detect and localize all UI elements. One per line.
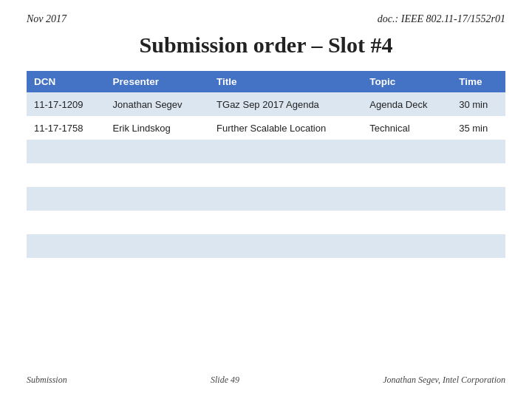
slide-header: Nov 2017 doc.: IEEE 802.11-17/1552r01 [27, 13, 505, 25]
cell-presenter [106, 187, 209, 211]
cell-title: TGaz Sep 2017 Agenda [209, 92, 362, 116]
cell-title [209, 234, 362, 258]
cell-title [209, 187, 362, 211]
col-header-presenter: Presenter [106, 71, 209, 92]
cell-topic [362, 211, 451, 234]
cell-title [209, 211, 362, 234]
table-header-row: DCN Presenter Title Topic Time [27, 71, 505, 92]
cell-topic [362, 140, 451, 163]
cell-time [451, 187, 505, 211]
cell-dcn [27, 187, 106, 211]
footer-right: Jonathan Segev, Intel Corporation [383, 375, 505, 386]
footer-left: Submission [27, 375, 67, 386]
table-row: 11-17-1209Jonathan SegevTGaz Sep 2017 Ag… [27, 92, 505, 116]
cell-time: 35 min [451, 116, 505, 140]
table-row [27, 211, 505, 234]
cell-dcn [27, 234, 106, 258]
cell-topic: Agenda Deck [362, 92, 451, 116]
slide-footer: Submission Slide 49 Jonathan Segev, Inte… [27, 375, 505, 386]
cell-presenter [106, 163, 209, 187]
cell-dcn [27, 211, 106, 234]
slide-title: Submission order – Slot #4 [27, 33, 505, 58]
cell-time: 30 min [451, 92, 505, 116]
slide-container: Nov 2017 doc.: IEEE 802.11-17/1552r01 Su… [0, 0, 532, 399]
cell-topic: Technical [362, 116, 451, 140]
cell-time [451, 211, 505, 234]
col-header-topic: Topic [362, 71, 451, 92]
cell-title: Further Scalable Location [209, 116, 362, 140]
cell-presenter: Erik Lindskog [106, 116, 209, 140]
col-header-title: Title [209, 71, 362, 92]
table-body: 11-17-1209Jonathan SegevTGaz Sep 2017 Ag… [27, 92, 505, 258]
table-row [27, 234, 505, 258]
cell-topic [362, 234, 451, 258]
cell-presenter [106, 140, 209, 163]
header-doc: doc.: IEEE 802.11-17/1552r01 [378, 13, 505, 25]
table-row: 11-17-1758Erik LindskogFurther Scalable … [27, 116, 505, 140]
cell-topic [362, 163, 451, 187]
cell-dcn: 11-17-1758 [27, 116, 106, 140]
cell-time [451, 140, 505, 163]
cell-time [451, 163, 505, 187]
table-container: DCN Presenter Title Topic Time 11-17-120… [27, 71, 505, 364]
header-date: Nov 2017 [27, 13, 66, 25]
submission-table: DCN Presenter Title Topic Time 11-17-120… [27, 71, 505, 258]
cell-dcn [27, 140, 106, 163]
cell-presenter [106, 234, 209, 258]
cell-presenter [106, 211, 209, 234]
cell-presenter: Jonathan Segev [106, 92, 209, 116]
table-row [27, 140, 505, 163]
footer-center: Slide 49 [67, 375, 383, 386]
cell-dcn: 11-17-1209 [27, 92, 106, 116]
cell-title [209, 140, 362, 163]
cell-topic [362, 187, 451, 211]
table-row [27, 163, 505, 187]
col-header-dcn: DCN [27, 71, 106, 92]
cell-title [209, 163, 362, 187]
cell-dcn [27, 163, 106, 187]
col-header-time: Time [451, 71, 505, 92]
table-row [27, 187, 505, 211]
cell-time [451, 234, 505, 258]
